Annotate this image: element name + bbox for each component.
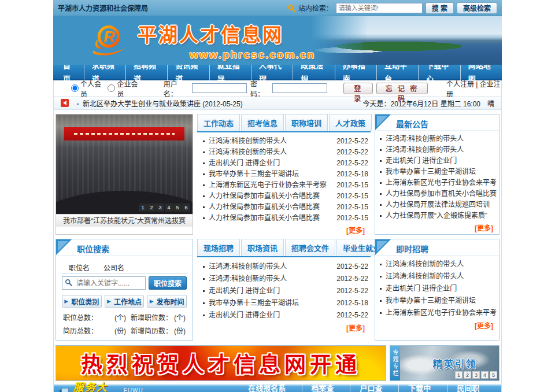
- personal-member-radio[interactable]: [71, 84, 79, 92]
- bullet-icon: [380, 312, 382, 314]
- news-item[interactable]: 走出机关门 进得企业门 2012-5-22: [202, 309, 368, 321]
- advanced-search-button[interactable]: 高级检索: [457, 2, 497, 14]
- footer-link[interactable]: 下载中心: [398, 383, 447, 392]
- news-item[interactable]: 我市举办第十三期金平湖讲坛 2012-5-18: [202, 297, 368, 309]
- bullet-icon: [380, 215, 382, 217]
- news-item[interactable]: 汪鸿涛:科技创新的带头人: [379, 258, 497, 271]
- footer-link[interactable]: 民间职介: [447, 383, 495, 392]
- footer-link[interactable]: 户口查询: [350, 383, 398, 392]
- news-item[interactable]: 汪鸿涛:科技创新的带头人 2012-5-22: [202, 261, 368, 273]
- news-item[interactable]: 人力社保局参加市直机关小合唱比赛 2012-5-15: [202, 213, 368, 224]
- news-item[interactable]: 人力社保局参加市直机关小合唱比赛 2012-5-15: [202, 191, 368, 202]
- search-button[interactable]: 搜 索: [426, 2, 454, 14]
- work-news-tabs: 工作动态招考信息职称培训人才政策: [197, 114, 371, 132]
- tab[interactable]: 职位名: [62, 261, 97, 273]
- news-item[interactable]: 走出机关门 进得企业门: [379, 156, 497, 167]
- ticker-news-link[interactable]: 新北区举办大学生创业与就业政策讲座 (2012-05-25): [77, 98, 243, 108]
- photo-pager: 123456: [139, 204, 190, 212]
- footer-links: 在线报名系统档案查询户口查询下载中心民间职介: [239, 383, 495, 392]
- more-link[interactable]: [更多]: [197, 224, 371, 235]
- feature-side-label[interactable]: 专题专栏: [390, 346, 400, 380]
- feature-photo[interactable]: 精英引领 12345: [400, 346, 499, 380]
- login-button[interactable]: 登 录: [343, 83, 373, 94]
- filter-button[interactable]: ▶ 工作地点: [105, 295, 145, 308]
- site-search-input[interactable]: [336, 3, 423, 13]
- news-item[interactable]: 走出机关门 进得企业门: [379, 283, 497, 295]
- announcement-icon: [61, 99, 69, 107]
- job-search-row: 职位搜索: [62, 276, 187, 290]
- news-item[interactable]: 汪鸿涛:科技创新的带头人: [379, 134, 497, 145]
- password-input[interactable]: [272, 83, 327, 93]
- org-name: 平湖市人力资源和社会保障局: [58, 3, 148, 13]
- news-item[interactable]: 汪鸿涛:科技创新的带头人 2012-5-22: [202, 147, 368, 158]
- news-item[interactable]: 汪鸿涛:科技创新的带头人 2012-5-22: [202, 273, 368, 285]
- job-keyword-input[interactable]: [62, 276, 146, 290]
- feature-pager-item[interactable]: 3: [472, 371, 480, 379]
- triangle-icon: ▶: [107, 298, 111, 304]
- news-item[interactable]: 走出机关门 进得企业门 2012-5-22: [202, 285, 368, 297]
- page: 平湖市人力资源和社会保障局 站内检索： 搜 索 高级检索 R: [53, 0, 502, 392]
- feature-pager-item[interactable]: 5: [490, 371, 497, 379]
- photo-pager-item[interactable]: 6: [182, 204, 190, 212]
- site-logo-icon: R: [88, 24, 130, 57]
- news-photo[interactable]: 123456: [56, 114, 193, 214]
- job-search-button[interactable]: 职位搜索: [149, 276, 187, 290]
- news-item[interactable]: 我市举办第十三期金平湖讲坛: [379, 167, 497, 177]
- personal-register-link[interactable]: 个人注册: [446, 80, 474, 88]
- filter-button[interactable]: ▶ 发布时间: [147, 295, 187, 308]
- forgot-password-button[interactable]: 忘 记 密 码: [376, 83, 428, 94]
- news-item[interactable]: 人力社保局参加市直机关小合唱比赛: [379, 188, 497, 199]
- company-member-radio[interactable]: [108, 84, 115, 92]
- site-search: 站内检索： 搜 索 高级检索: [287, 2, 497, 14]
- photo-pager-item[interactable]: 3: [156, 204, 164, 212]
- feature-pager: 12345: [455, 371, 497, 379]
- news-item[interactable]: 我市举办第十三期金平湖讲坛 2012-5-18: [202, 169, 368, 180]
- triangle-icon: ▶: [150, 298, 154, 304]
- job-filters: ▶ 职位类别 ▶ 工作地点 ▶ 发布时间: [62, 295, 187, 308]
- panel-title: 最新公告: [396, 118, 428, 130]
- tab[interactable]: 职称培训: [285, 114, 328, 131]
- site-logo[interactable]: R 平湖人才信息网 www.phrcsc.com.cn: [53, 20, 315, 61]
- search-icon: [287, 4, 295, 12]
- more-link[interactable]: [更多]: [197, 321, 371, 332]
- bullet-icon: [203, 140, 205, 142]
- news-item[interactable]: 上海浦东新区光电子行业协会来平考: [379, 177, 497, 188]
- tab[interactable]: 招聘会文件: [285, 239, 335, 256]
- tab[interactable]: 公司名: [97, 261, 131, 273]
- filter-button[interactable]: ▶ 职位类别: [62, 295, 102, 308]
- tab[interactable]: 工作动态: [197, 114, 240, 131]
- news-item[interactable]: 汪鸿涛:科技创新的带头人: [379, 271, 497, 283]
- page-body: 个人会员 企业会员 用户名： 密码： 登 录 忘 记 密 码 个人注册 | 企业…: [53, 80, 502, 392]
- photo-pager-item[interactable]: 2: [147, 204, 156, 212]
- news-item[interactable]: 汪鸿涛:科技创新的带头人 2012-5-22: [202, 136, 368, 147]
- tab[interactable]: 人才政策: [329, 114, 372, 131]
- bullet-icon: [203, 195, 205, 197]
- news-item[interactable]: 走出机关门 进得企业门 2012-5-22: [202, 158, 368, 169]
- news-item[interactable]: 上海浦东新区光电子行业协会来平考: [379, 307, 497, 319]
- news-item[interactable]: 人力社保局开展法律法规巡回培训: [379, 199, 497, 210]
- news-item[interactable]: 上海浦东新区光电子行业协会来平考察 2012-5-15: [202, 180, 368, 191]
- photo-pager-item[interactable]: 1: [139, 204, 147, 212]
- tab[interactable]: 招考信息: [241, 114, 284, 131]
- more-link[interactable]: [更多]: [375, 221, 499, 232]
- celebration-banner[interactable]: 热烈祝贺人才信息网开通: [56, 345, 386, 381]
- news-item[interactable]: 人力社保局参加市直机关小合唱比赛 2012-5-15: [202, 202, 368, 213]
- photo-pager-item[interactable]: 4: [165, 204, 173, 212]
- header-waterfront-photo: [311, 16, 502, 65]
- news-item[interactable]: 我市举办第十三期金平湖讲坛: [379, 295, 497, 307]
- more-link[interactable]: [更多]: [375, 319, 499, 330]
- username-input[interactable]: [192, 83, 247, 93]
- tab[interactable]: 现场招聘: [197, 239, 240, 256]
- footer-link[interactable]: 在线报名系统: [239, 383, 301, 392]
- photo-pager-item[interactable]: 5: [173, 204, 182, 212]
- news-item[interactable]: 人力社保局开展“入企锻炼提素质”: [379, 210, 497, 221]
- feature-pager-item[interactable]: 1: [455, 371, 462, 379]
- member-type-company[interactable]: 企业会员: [108, 79, 140, 98]
- tab[interactable]: 职场资讯: [241, 239, 284, 256]
- footer-link[interactable]: 档案查询: [302, 383, 350, 392]
- news-item[interactable]: 汪鸿涛:科技创新的带头人: [379, 145, 497, 156]
- feature-pager-item[interactable]: 2: [464, 371, 471, 379]
- photo-caption[interactable]: 我市部署“江苏技能状元”大赛常州选拔赛: [56, 214, 193, 227]
- feature-pager-item[interactable]: 4: [481, 371, 489, 379]
- member-type-personal[interactable]: 个人会员: [71, 79, 104, 98]
